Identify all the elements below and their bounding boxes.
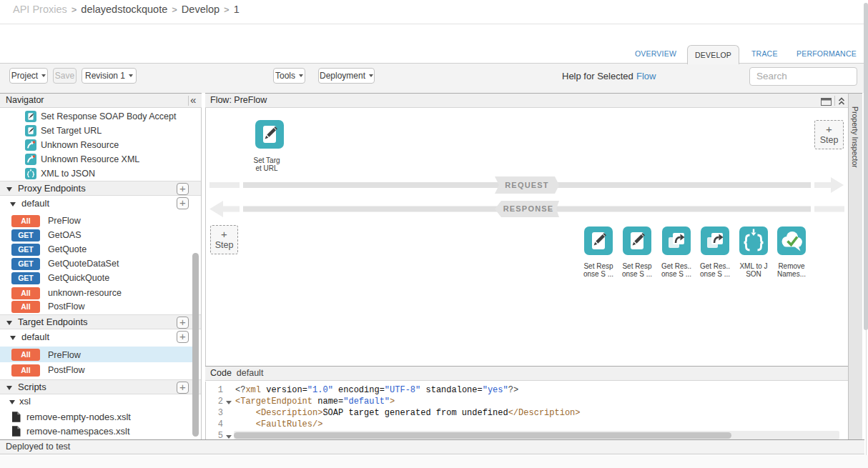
svg-text:REQUEST: REQUEST bbox=[505, 181, 549, 189]
svg-text:RESPONSE: RESPONSE bbox=[503, 204, 554, 213]
